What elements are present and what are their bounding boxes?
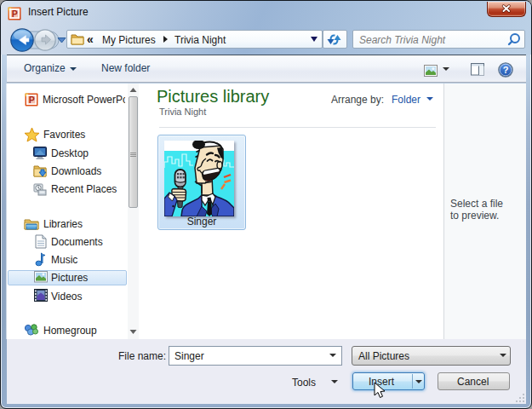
svg-text:P: P: [29, 95, 35, 105]
svg-text:?: ?: [503, 65, 509, 75]
svg-text:P: P: [12, 9, 18, 19]
